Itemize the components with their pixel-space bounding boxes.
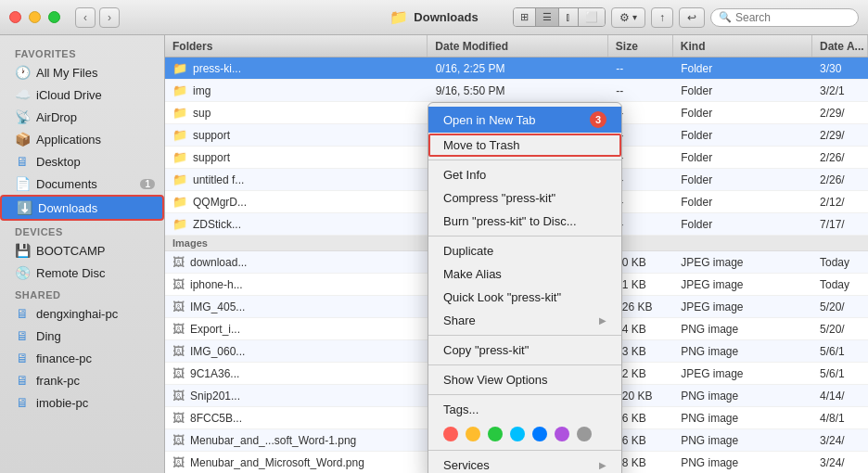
column-view-btn[interactable]: ⫿ [559, 8, 579, 26]
nav-buttons: ‹ › [75, 7, 120, 28]
action-btn[interactable]: ↑ [651, 7, 673, 28]
context-menu-show-view-options[interactable]: Show View Options [428, 368, 621, 391]
icon-view-btn[interactable]: ⊞ [514, 8, 536, 26]
folder-icon: 📁 [389, 8, 408, 26]
folder-icon-row: 📁 [172, 150, 187, 164]
window-title: 📁 Downloads [389, 8, 478, 26]
context-menu-get-info[interactable]: Get Info [428, 163, 621, 186]
image-icon-row: 🖼 [172, 433, 185, 447]
back-button[interactable]: ‹ [75, 7, 96, 28]
pc-icon-3: 🖥 [15, 351, 30, 365]
services-submenu-arrow: ▶ [599, 460, 606, 470]
col-header-folders[interactable]: Folders [165, 35, 428, 57]
tag-red[interactable] [443, 427, 458, 441]
pc-icon-1: 🖥 [15, 306, 30, 321]
search-icon: 🔍 [719, 11, 732, 23]
view-mode-group: ⊞ ☰ ⫿ ⬜ [513, 7, 606, 27]
context-menu-separator-3 [428, 335, 621, 336]
pc-icon-5: 🖥 [15, 395, 30, 410]
sidebar-item-desktop[interactable]: 🖥 Desktop [0, 150, 164, 173]
sidebar-item-remote-disc[interactable]: 💿 Remote Disc [0, 262, 164, 284]
sidebar-item-bootcamp[interactable]: 💾 BOOTCAMP [0, 239, 164, 262]
context-menu-make-alias[interactable]: Make Alias [428, 262, 621, 286]
sidebar-item-imobie-pc[interactable]: 🖥 imobie-pc [0, 391, 164, 414]
context-menu-separator-2 [428, 236, 621, 236]
tag-orange[interactable] [466, 427, 480, 441]
search-input[interactable] [735, 11, 837, 24]
folder-icon-row: 📁 [172, 217, 187, 231]
tag-blue[interactable] [532, 427, 547, 441]
downloads-icon: ⬇️ [17, 200, 32, 215]
folder-icon-row: 📁 [172, 83, 187, 97]
clock-icon: 🕐 [15, 65, 30, 80]
column-headers: Folders Date Modified Size Kind Date A..… [165, 35, 868, 58]
image-icon-row: 🖼 [172, 322, 185, 336]
sidebar-item-airdrop[interactable]: 📡 AirDrop [0, 106, 164, 128]
sidebar-item-finance-pc[interactable]: 🖥 finance-pc [0, 347, 164, 369]
close-button[interactable] [9, 11, 21, 23]
maximize-button[interactable] [48, 11, 60, 23]
share-submenu-arrow: ▶ [599, 315, 606, 326]
folder-icon-row: 📁 [172, 106, 187, 120]
tag-purple[interactable] [555, 427, 569, 441]
context-menu-share[interactable]: Share ▶ [428, 309, 621, 332]
context-menu-tags[interactable]: Tags... [428, 398, 621, 421]
context-menu-burn[interactable]: Burn "press-kit" to Disc... [428, 210, 621, 233]
arrange-btn[interactable]: ⚙ ▾ [611, 7, 645, 28]
col-header-dateadded[interactable]: Date A... [812, 35, 868, 57]
disc-icon: 💿 [15, 265, 30, 280]
context-menu-quick-look[interactable]: Quick Look "press-kit" [428, 286, 621, 309]
context-menu-separator-5 [428, 394, 621, 395]
sidebar-item-downloads[interactable]: ⬇️ Downloads [0, 195, 164, 221]
folder-icon-row: 📁 [172, 195, 187, 209]
minimize-button[interactable] [29, 11, 41, 23]
context-menu-compress[interactable]: Compress "press-kit" [428, 186, 621, 210]
table-row[interactable]: 📁img 9/16, 5:50 PM -- Folder 3/2/1 [165, 80, 868, 102]
context-menu-duplicate[interactable]: Duplicate [428, 239, 621, 262]
context-menu-copy[interactable]: Copy "press-kit" [428, 339, 621, 362]
sidebar-item-frank-pc[interactable]: 🖥 frank-pc [0, 369, 164, 391]
sidebar-item-icloud-drive[interactable]: ☁️ iCloud Drive [0, 83, 164, 106]
cloud-icon: ☁️ [15, 87, 30, 102]
image-icon-row: 🖼 [172, 344, 185, 358]
tag-color-row [428, 421, 621, 447]
sidebar-item-dengxinghai[interactable]: 🖥 dengxinghai-pc [0, 302, 164, 325]
open-tab-badge: 3 [590, 111, 606, 128]
sidebar-item-documents[interactable]: 📄 Documents 1 [0, 173, 164, 195]
image-icon-row: 🖼 [172, 411, 185, 425]
col-header-date[interactable]: Date Modified [428, 35, 608, 57]
col-header-size[interactable]: Size [608, 35, 673, 57]
context-menu-move-to-trash[interactable]: Move to Trash [428, 134, 621, 157]
sidebar-item-ding[interactable]: 🖥 Ding [0, 325, 164, 347]
share-btn[interactable]: ↩ [679, 7, 705, 28]
folder-icon-row: 📁 [172, 61, 187, 75]
sidebar-item-applications[interactable]: 📦 Applications [0, 128, 164, 150]
tag-gray[interactable] [577, 427, 592, 441]
image-icon-row: 🖼 [172, 366, 185, 380]
context-menu: Open in New Tab 3 Move to Trash Get Info… [428, 102, 622, 473]
desktop-icon: 🖥 [15, 154, 30, 169]
devices-header: Devices [0, 221, 164, 239]
pc-icon-4: 🖥 [15, 373, 30, 388]
sidebar-item-all-my-files[interactable]: 🕐 All My Files [0, 61, 164, 83]
context-menu-separator-4 [428, 364, 621, 365]
table-row[interactable]: 📁press-ki... 0/16, 2:25 PM -- Folder 3/3… [165, 58, 868, 80]
list-view-btn[interactable]: ☰ [536, 8, 559, 26]
tag-lightblue[interactable] [510, 427, 525, 441]
context-menu-separator-6 [428, 450, 621, 451]
context-menu-services[interactable]: Services ▶ [428, 454, 621, 473]
col-header-kind[interactable]: Kind [673, 35, 812, 57]
toolbar-right: ⊞ ☰ ⫿ ⬜ ⚙ ▾ ↑ ↩ 🔍 [513, 7, 859, 28]
favorites-header: Favorites [0, 43, 164, 61]
pc-icon-2: 🖥 [15, 328, 30, 343]
search-bar[interactable]: 🔍 [710, 8, 859, 27]
context-menu-open-new-tab[interactable]: Open in New Tab 3 [428, 107, 621, 133]
coverflow-view-btn[interactable]: ⬜ [579, 8, 605, 26]
tag-green[interactable] [488, 427, 503, 441]
forward-button[interactable]: › [99, 7, 120, 28]
shared-header: Shared [0, 284, 164, 302]
applications-icon: 📦 [15, 132, 30, 147]
traffic-lights [9, 11, 60, 23]
documents-badge: 1 [140, 179, 155, 189]
image-icon-row: 🖼 [172, 255, 185, 269]
